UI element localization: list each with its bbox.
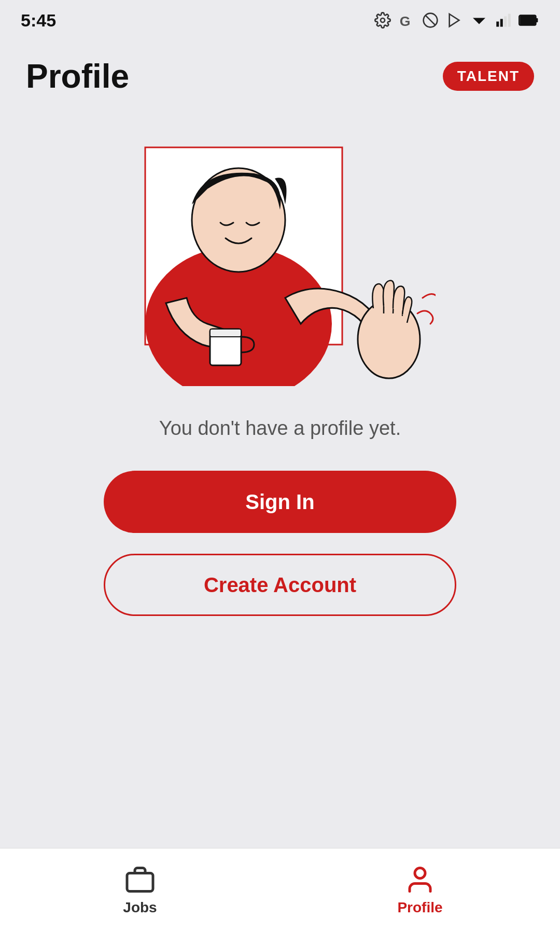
gear-icon (374, 12, 391, 29)
svg-rect-20 (127, 873, 153, 891)
svg-point-0 (381, 18, 385, 22)
create-account-button[interactable]: Create Account (104, 554, 456, 616)
svg-marker-5 (473, 18, 485, 24)
illustration-container (124, 137, 436, 386)
svg-rect-7 (500, 19, 503, 27)
talent-badge: TALENT (443, 62, 534, 91)
svg-rect-18 (210, 329, 241, 337)
status-bar: 5:45 G (0, 0, 560, 36)
svg-text:G: G (400, 13, 411, 29)
svg-rect-9 (508, 14, 511, 27)
svg-rect-11 (536, 18, 538, 22)
jobs-nav-label: Jobs (123, 899, 157, 916)
svg-rect-12 (520, 16, 535, 24)
signal-icon (496, 12, 511, 28)
status-icons: G (374, 12, 539, 29)
sign-in-button[interactable]: Sign In (104, 471, 456, 533)
play-store-icon (446, 12, 463, 29)
svg-point-19 (358, 300, 420, 378)
page-title: Profile (26, 57, 129, 95)
waving-person-illustration (124, 137, 436, 386)
circle-slash-icon (422, 12, 439, 29)
bottom-nav: Jobs Profile (0, 848, 560, 931)
main-content: You don't have a profile yet. Sign In Cr… (0, 386, 560, 616)
profile-icon (404, 864, 436, 895)
jobs-icon (124, 864, 156, 895)
profile-nav-label: Profile (397, 899, 442, 916)
no-profile-text: You don't have a profile yet. (159, 417, 401, 440)
svg-rect-6 (496, 22, 499, 27)
nav-item-jobs[interactable]: Jobs (0, 864, 280, 916)
nav-item-profile[interactable]: Profile (280, 864, 560, 916)
svg-marker-4 (450, 14, 459, 26)
svg-point-21 (415, 868, 425, 878)
wifi-icon (470, 13, 488, 28)
svg-rect-8 (504, 17, 507, 27)
google-icon: G (398, 12, 415, 29)
header: Profile TALENT (0, 36, 560, 106)
battery-icon (519, 13, 539, 28)
status-time: 5:45 (21, 10, 56, 31)
svg-line-3 (426, 16, 436, 25)
